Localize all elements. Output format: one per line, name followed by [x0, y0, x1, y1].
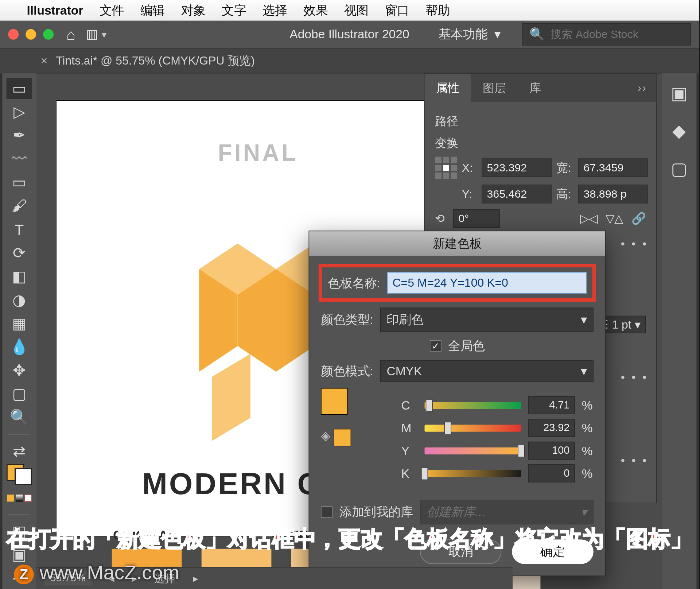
y-label: Y [401, 443, 417, 457]
arrange-dropdown-icon[interactable]: ▾ [102, 29, 106, 40]
rectangle-tool-icon[interactable]: ▭ [7, 172, 32, 193]
type-tool-icon[interactable]: T [7, 219, 32, 240]
y-slider[interactable] [424, 447, 521, 454]
chevron-down-icon: ▾ [581, 364, 587, 378]
pct-label: % [582, 398, 594, 412]
document-tab-label[interactable]: Tints.ai* @ 55.75% (CMYK/GPU 预览) [56, 53, 255, 69]
close-window-icon[interactable] [8, 29, 19, 40]
transform-grid: X: 523.392 宽: 67.3459 Y: 365.462 高: 38.8… [435, 157, 646, 204]
window-controls [8, 29, 54, 40]
curvature-tool-icon[interactable]: 〰 [7, 148, 32, 170]
m-value[interactable]: 23.92 [528, 419, 575, 437]
selection-tool-icon[interactable]: ▭ [7, 78, 32, 99]
artboard-tool-icon[interactable]: ▢ [7, 384, 32, 405]
panel-tabs: 属性 图层 库 ›› [425, 74, 657, 102]
pct-label: % [582, 443, 594, 457]
menu-type[interactable]: 文字 [222, 2, 246, 19]
link-wh-icon[interactable]: 🔗 [631, 212, 646, 225]
color-mode-label: 颜色模式: [321, 363, 373, 379]
menu-view[interactable]: 视图 [344, 2, 369, 19]
tool-separator [8, 515, 30, 515]
cube-panel-icon[interactable]: ▣ [671, 83, 687, 103]
right-dock: ▣ ◆ ▢ [662, 73, 699, 589]
menu-file[interactable]: 文件 [100, 2, 124, 19]
free-transform-tool-icon[interactable]: ✥ [7, 360, 32, 381]
eyedropper-tool-icon[interactable]: 💧 [7, 337, 32, 358]
color-mode-dropdown[interactable]: CMYK ▾ [380, 360, 594, 382]
swatch-name-input[interactable] [387, 272, 587, 294]
eraser-tool-icon[interactable]: ◧ [7, 266, 32, 287]
stock-search[interactable]: 🔍 [522, 23, 691, 46]
color-type-label: 颜色类型: [321, 312, 373, 328]
app-titlebar: ⌂ ▥ ▾ Adobe Illustrator 2020 基本功能 ▾ 🔍 [0, 21, 699, 48]
rotate-tool-icon[interactable]: ⟳ [7, 243, 32, 264]
swatch-name-label: 色板名称: [328, 275, 380, 291]
menu-object[interactable]: 对象 [181, 2, 206, 19]
arrange-documents-icon[interactable]: ▥ [86, 27, 98, 42]
menu-effect[interactable]: 效果 [303, 2, 328, 19]
k-slider[interactable] [424, 470, 521, 477]
tab-properties[interactable]: 属性 [425, 74, 471, 102]
workspace-switcher[interactable]: 基本功能 ▾ [430, 24, 509, 45]
stock-search-input[interactable] [551, 28, 683, 41]
menu-select[interactable]: 选择 [262, 2, 287, 19]
y-field[interactable]: 365.462 [482, 185, 552, 203]
status-menu-icon[interactable]: ▸ [193, 572, 198, 585]
3d-preview-icon[interactable]: ◈ [321, 429, 330, 442]
global-checkbox[interactable]: ✓ [429, 340, 441, 352]
layers-panel-icon[interactable]: ◆ [672, 121, 686, 141]
svg-marker-6 [212, 354, 250, 441]
minimise-window-icon[interactable] [26, 29, 36, 40]
m-slider[interactable] [424, 425, 521, 431]
height-field[interactable]: 38.898 p [578, 185, 648, 203]
rotate-field[interactable]: 0° [453, 209, 500, 228]
tool-separator [8, 434, 30, 434]
add-to-library-checkbox[interactable]: ✓ [321, 506, 332, 518]
k-value[interactable]: 0 [528, 464, 575, 483]
watermark-logo-icon: Z [14, 565, 34, 584]
fill-stroke-indicator[interactable] [7, 464, 32, 485]
mac-menubar: Illustrator 文件 编辑 对象 文字 选择 效果 视图 窗口 帮助 [0, 0, 699, 21]
fill-stroke-swap-icon[interactable]: ⇄ [7, 441, 32, 462]
transform-section-label: 变换 [435, 135, 646, 151]
home-icon[interactable]: ⌂ [66, 25, 75, 43]
menubar-app[interactable]: Illustrator [27, 3, 83, 17]
x-field[interactable]: 523.392 [482, 159, 552, 177]
artboards-panel-icon[interactable]: ▢ [671, 159, 687, 179]
tutorial-annotation: 在打开的「新建色板」对话框中，更改「色板名称」将它改为「图标」 [7, 524, 693, 554]
width-field[interactable]: 67.3459 [578, 159, 648, 177]
h-label: 高: [556, 186, 574, 202]
c-slider[interactable] [424, 402, 521, 408]
reference-point-icon[interactable] [435, 157, 457, 179]
y-value[interactable]: 100 [528, 442, 575, 460]
zoom-window-icon[interactable] [43, 29, 54, 40]
flip-horizontal-icon[interactable]: ▷◁ [580, 212, 598, 225]
stroke-color-icon[interactable] [15, 468, 32, 485]
menu-window[interactable]: 窗口 [385, 2, 409, 19]
k-label: K [401, 466, 417, 480]
workspace: ▭ ▷ ✒ 〰 ▭ 🖌 T ⟳ ◧ ◑ ▦ 💧 ✥ ▢ 🔍 ⇄ [0, 73, 699, 589]
y-label: Y: [462, 187, 477, 201]
workspace-label: 基本功能 [439, 26, 487, 43]
shape-builder-tool-icon[interactable]: ◑ [7, 290, 32, 311]
direct-selection-tool-icon[interactable]: ▷ [7, 102, 32, 123]
search-icon: 🔍 [529, 27, 545, 41]
zoom-tool-icon[interactable]: 🔍 [7, 407, 32, 428]
menu-edit[interactable]: 编辑 [140, 2, 165, 19]
tab-layers[interactable]: 图层 [471, 74, 518, 102]
pen-tool-icon[interactable]: ✒ [7, 125, 32, 146]
chevron-down-icon: ▾ [581, 313, 587, 327]
tab-libraries[interactable]: 库 [518, 74, 553, 102]
close-tab-icon[interactable]: × [41, 54, 48, 67]
menu-help[interactable]: 帮助 [425, 2, 450, 19]
flip-vertical-icon[interactable]: ▽△ [606, 212, 623, 225]
m-label: M [401, 421, 417, 435]
gradient-tool-icon[interactable]: ▦ [7, 313, 32, 334]
paintbrush-tool-icon[interactable]: 🖌 [7, 195, 32, 217]
color-mode-strip[interactable] [7, 488, 32, 509]
panel-collapse-icon[interactable]: ›› [626, 74, 656, 102]
selection-kind-label: 路径 [435, 113, 646, 129]
dialog-title: 新建色板 [309, 231, 605, 256]
c-value[interactable]: 4.71 [528, 396, 575, 414]
color-type-dropdown[interactable]: 印刷色 ▾ [380, 307, 594, 332]
